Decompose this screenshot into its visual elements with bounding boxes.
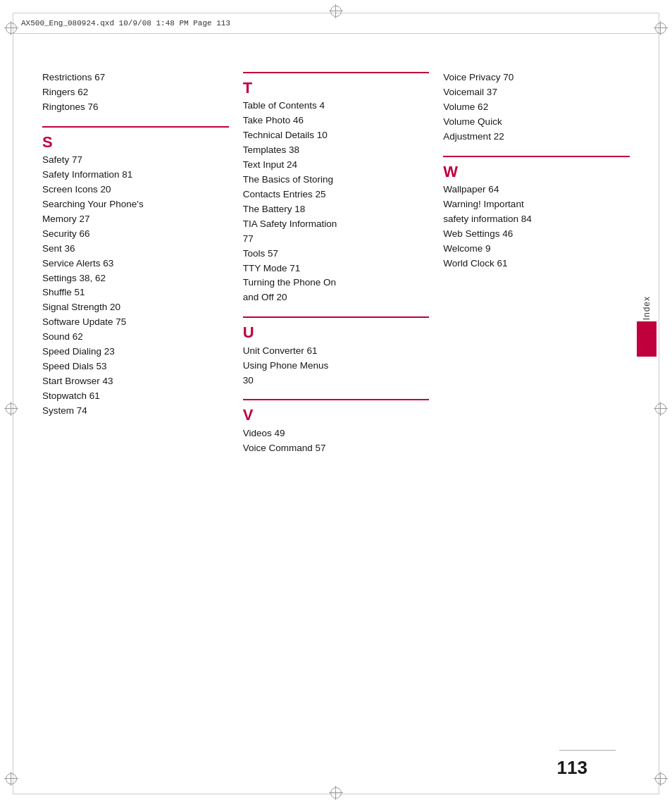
reg-mark-bot-left bbox=[4, 772, 18, 786]
index-tab-bar bbox=[637, 321, 657, 357]
entry-settings: Settings 38, 62 bbox=[42, 271, 229, 286]
divider-u bbox=[243, 316, 430, 318]
entry-world-clock: World Clock 61 bbox=[443, 257, 630, 271]
entry-table-of-contents: Table of Contents 4 bbox=[243, 99, 430, 113]
column-left: Restrictions 67 Ringers 62 Ringtones 76 … bbox=[42, 63, 243, 751]
entry-videos: Videos 49 bbox=[243, 426, 430, 441]
entry-volume: Volume 62 bbox=[443, 100, 630, 115]
entry-text-input: Text Input 24 bbox=[243, 158, 430, 173]
entry-unit-converter: Unit Converter 61 bbox=[243, 344, 430, 359]
entry-ringers: Ringers 62 bbox=[42, 85, 229, 100]
reg-mark-top-center bbox=[329, 4, 343, 18]
reg-mark-mid-right bbox=[654, 402, 668, 416]
entry-warning: Warning! Importantsafety information 84 bbox=[443, 197, 630, 227]
letter-s: S bbox=[42, 133, 229, 152]
divider-v bbox=[243, 399, 430, 400]
entry-ringtones: Ringtones 76 bbox=[42, 100, 229, 115]
index-tab-label: Index bbox=[642, 296, 652, 320]
entry-welcome: Welcome 9 bbox=[443, 242, 630, 257]
reg-mark-bot-right bbox=[654, 772, 668, 786]
entry-stopwatch: Stopwatch 61 bbox=[42, 389, 229, 404]
entry-speed-dials: Speed Dials 53 bbox=[42, 359, 229, 374]
entry-the-battery: The Battery 18 bbox=[243, 202, 430, 217]
reg-mark-bottom-center bbox=[329, 786, 343, 800]
letter-w: W bbox=[443, 163, 630, 181]
entry-security: Security 66 bbox=[42, 227, 229, 242]
reg-mark-top-right bbox=[654, 21, 668, 35]
reg-mark-mid-left bbox=[4, 402, 18, 416]
divider-t bbox=[243, 72, 430, 73]
entry-speed-dialing: Speed Dialing 23 bbox=[42, 345, 229, 359]
entry-searching: Searching Your Phone'sMemory 27 bbox=[42, 197, 229, 227]
entry-tty-mode: TTY Mode 71 bbox=[243, 261, 430, 276]
entry-turning-phone: Turning the Phone Onand Off 20 bbox=[243, 276, 430, 305]
entry-take-photo: Take Photo 46 bbox=[243, 113, 430, 128]
entry-system: System 74 bbox=[42, 404, 229, 419]
entry-templates: Templates 38 bbox=[243, 143, 430, 158]
entry-sound: Sound 62 bbox=[42, 330, 229, 345]
entry-wallpaper: Wallpaper 64 bbox=[443, 183, 630, 197]
page-number-rule bbox=[559, 750, 616, 751]
entry-voice-command: Voice Command 57 bbox=[243, 441, 430, 456]
content-area: Restrictions 67 Ringers 62 Ringtones 76 … bbox=[42, 63, 630, 751]
entry-safety-information: Safety Information 81 bbox=[42, 168, 229, 183]
entry-tools: Tools 57 bbox=[243, 247, 430, 261]
letter-v: V bbox=[243, 406, 430, 424]
entry-sent: Sent 36 bbox=[42, 242, 229, 257]
entry-screen-icons: Screen Icons 20 bbox=[42, 183, 229, 197]
divider-w bbox=[443, 156, 630, 157]
header-text: AX500_Eng_080924.qxd 10/9/08 1:48 PM Pag… bbox=[21, 19, 230, 27]
entry-restrictions: Restrictions 67 bbox=[42, 70, 229, 85]
entry-web-settings: Web Settings 46 bbox=[443, 227, 630, 242]
entry-tia-safety: TIA Safety Information77 bbox=[243, 217, 430, 247]
column-middle: T Table of Contents 4 Take Photo 46 Tech… bbox=[243, 63, 444, 751]
letter-u: U bbox=[243, 324, 430, 342]
entry-signal-strength: Signal Strength 20 bbox=[42, 300, 229, 315]
letter-t: T bbox=[243, 79, 430, 97]
entry-basics-storing: The Basics of StoringContacts Entries 25 bbox=[243, 173, 430, 202]
entry-voicemail: Voicemail 37 bbox=[443, 85, 630, 100]
entry-voice-privacy: Voice Privacy 70 bbox=[443, 70, 630, 85]
entry-start-browser: Start Browser 43 bbox=[42, 374, 229, 389]
entry-volume-quick: Volume QuickAdjustment 22 bbox=[443, 115, 630, 144]
column-right: Voice Privacy 70 Voicemail 37 Volume 62 … bbox=[443, 63, 630, 751]
entry-using-phone-menus: Using Phone Menus30 bbox=[243, 359, 430, 388]
entry-shuffle: Shuffle 51 bbox=[42, 285, 229, 300]
entry-service-alerts: Service Alerts 63 bbox=[42, 257, 229, 271]
reg-mark-top-left bbox=[4, 21, 18, 35]
divider-s bbox=[42, 126, 229, 128]
entry-safety: Safety 77 bbox=[42, 153, 229, 168]
entry-software-update: Software Update 75 bbox=[42, 315, 229, 330]
entry-technical-details: Technical Details 10 bbox=[243, 128, 430, 143]
page-number: 113 bbox=[557, 757, 587, 779]
index-tab: Index bbox=[637, 296, 657, 357]
